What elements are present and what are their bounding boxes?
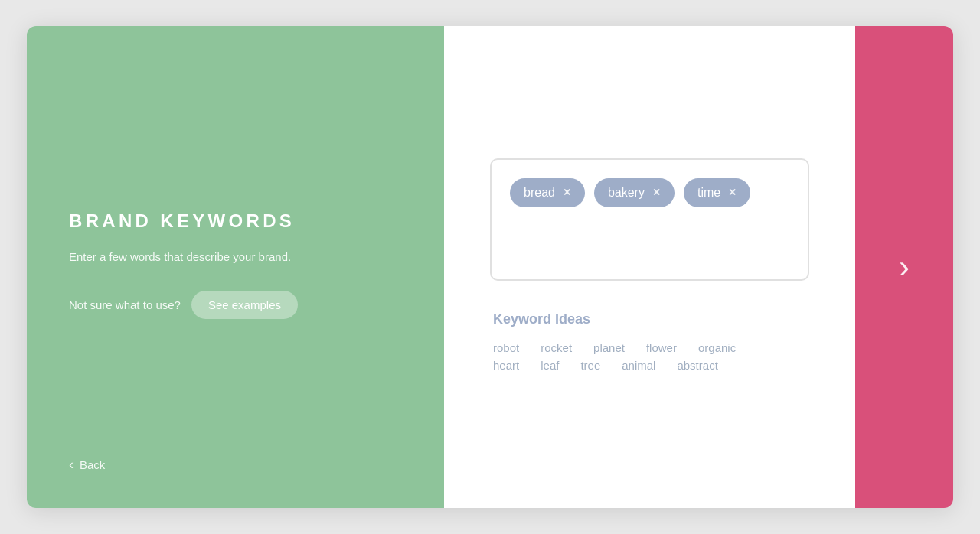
back-label: Back	[80, 458, 105, 471]
idea-planet[interactable]: planet	[593, 341, 625, 354]
keyword-ideas-row1: robot rocket planet flower organic	[493, 341, 809, 354]
keyword-tag-bakery[interactable]: bakery ✕	[594, 178, 675, 207]
keyword-input-box[interactable]: bread ✕ bakery ✕ time ✕	[490, 158, 809, 281]
idea-tree[interactable]: tree	[580, 359, 600, 372]
idea-heart[interactable]: heart	[493, 359, 519, 372]
keyword-tag-bread[interactable]: bread ✕	[510, 178, 585, 207]
brand-description: Enter a few words that describe your bra…	[69, 249, 402, 266]
idea-animal[interactable]: animal	[622, 359, 655, 372]
see-examples-button[interactable]: See examples	[191, 291, 298, 319]
back-row[interactable]: ‹ Back	[69, 457, 402, 471]
keyword-ideas-row2: heart leaf tree animal abstract	[493, 359, 809, 372]
not-sure-row: Not sure what to use? See examples	[69, 291, 402, 319]
back-chevron-icon: ‹	[69, 457, 74, 471]
idea-abstract[interactable]: abstract	[677, 359, 717, 372]
keyword-tag-time[interactable]: time ✕	[684, 178, 750, 207]
tag-bakery-close[interactable]: ✕	[652, 187, 661, 197]
tag-time-label: time	[697, 186, 720, 200]
tag-time-close[interactable]: ✕	[728, 187, 737, 197]
main-container: BRAND KEYWORDS Enter a few words that de…	[27, 26, 953, 508]
idea-leaf[interactable]: leaf	[541, 359, 559, 372]
keyword-ideas-section: Keyword Ideas robot rocket planet flower…	[490, 311, 809, 376]
right-panel[interactable]: ›	[855, 26, 953, 508]
tag-bakery-label: bakery	[608, 186, 645, 200]
idea-rocket[interactable]: rocket	[541, 341, 572, 354]
page-title: BRAND KEYWORDS	[69, 210, 402, 232]
idea-flower[interactable]: flower	[646, 341, 677, 354]
next-chevron-icon: ›	[899, 251, 910, 283]
tag-bread-close[interactable]: ✕	[563, 187, 571, 197]
keyword-ideas-title: Keyword Ideas	[493, 311, 809, 327]
left-panel: BRAND KEYWORDS Enter a few words that de…	[27, 26, 444, 508]
idea-robot[interactable]: robot	[493, 341, 519, 354]
idea-organic[interactable]: organic	[698, 341, 736, 354]
tag-bread-label: bread	[524, 186, 555, 200]
middle-panel: bread ✕ bakery ✕ time ✕ Keyword Ideas ro…	[444, 26, 855, 508]
left-content: BRAND KEYWORDS Enter a few words that de…	[69, 210, 402, 319]
not-sure-label: Not sure what to use?	[69, 298, 181, 311]
